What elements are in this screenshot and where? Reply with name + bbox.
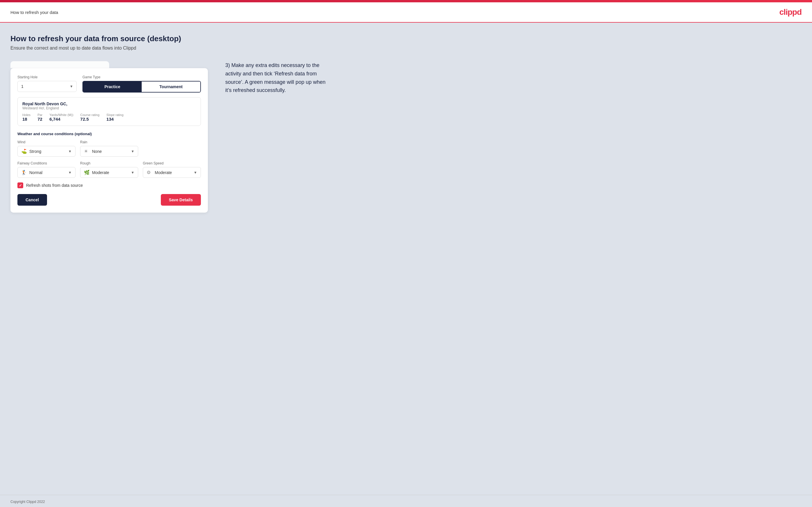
fairway-select[interactable]: 🏌 Normal ▼: [17, 167, 75, 178]
wind-arrow-icon: ▼: [68, 149, 72, 154]
stat-holes: Holes 18: [22, 113, 31, 121]
rough-arrow-icon: ▼: [131, 171, 135, 175]
wind-value: Strong: [29, 149, 66, 154]
rough-value: Moderate: [92, 170, 129, 175]
course-rating-value: 72.5: [81, 117, 100, 121]
refresh-checkbox-label: Refresh shots from data source: [26, 183, 83, 188]
button-row: Cancel Save Details: [17, 194, 201, 206]
rain-group: Rain ☀ None ▼: [80, 140, 138, 157]
description-text: 3) Make any extra edits necessary to the…: [225, 61, 330, 95]
form-container: Starting Hole 1 ▼ Game Type Practice T: [10, 61, 208, 213]
stat-yards: Yards/White (M)) 6,744: [49, 113, 73, 121]
main-card: Starting Hole 1 ▼ Game Type Practice T: [10, 68, 208, 213]
footer: Copyright Clippd 2022: [0, 495, 812, 507]
page-heading: How to refresh your data from source (de…: [10, 34, 802, 43]
top-bar: [0, 0, 812, 2]
par-value: 72: [38, 117, 42, 121]
stat-par: Par 72: [38, 113, 42, 121]
holes-value: 18: [22, 117, 31, 121]
starting-hole-select[interactable]: 1: [17, 81, 77, 92]
course-stats: Holes 18 Par 72 Yards/White (M)) 6,744: [22, 113, 196, 121]
header-title: How to refresh your data: [10, 10, 58, 15]
logo: clippd: [779, 7, 802, 17]
green-speed-arrow-icon: ▼: [194, 171, 197, 175]
slope-rating-value: 134: [107, 117, 124, 121]
form-row-top: Starting Hole 1 ▼ Game Type Practice T: [17, 75, 201, 93]
fairway-label: Fairway Conditions: [17, 161, 75, 165]
main-content: How to refresh your data from source (de…: [0, 22, 812, 495]
course-location: Westward Ho!, England: [22, 106, 196, 110]
slope-rating-label: Slope rating: [107, 113, 124, 117]
tournament-button[interactable]: Tournament: [142, 81, 200, 92]
footer-text: Copyright Clippd 2022: [10, 500, 45, 504]
starting-hole-wrapper: 1 ▼: [17, 81, 77, 92]
fairway-value: Normal: [29, 170, 66, 175]
stat-slope-rating: Slope rating 134: [107, 113, 124, 121]
content-area: Starting Hole 1 ▼ Game Type Practice T: [10, 61, 802, 213]
game-type-label: Game Type: [83, 75, 201, 79]
header: How to refresh your data clippd: [0, 2, 812, 22]
course-rating-label: Course rating: [81, 113, 100, 117]
cancel-button[interactable]: Cancel: [17, 194, 47, 206]
green-speed-icon: ⚙: [147, 170, 152, 175]
stat-course-rating: Course rating 72.5: [81, 113, 100, 121]
practice-button[interactable]: Practice: [83, 81, 142, 92]
partial-card-top: [10, 61, 109, 68]
green-speed-label: Green Speed: [143, 161, 201, 165]
wind-group: Wind ⛳ Strong ▼: [17, 140, 75, 157]
rain-arrow-icon: ▼: [131, 149, 135, 154]
rain-select[interactable]: ☀ None ▼: [80, 146, 138, 157]
fairway-rough-green-row: Fairway Conditions 🏌 Normal ▼ Rough 🌿 Mo…: [17, 161, 201, 178]
spacer: [143, 140, 201, 157]
holes-label: Holes: [22, 113, 31, 117]
yards-label: Yards/White (M)): [49, 113, 73, 117]
checkbox-row: Refresh shots from data source: [17, 182, 201, 188]
rain-icon: ☀: [84, 149, 90, 154]
green-speed-group: Green Speed ⚙ Moderate ▼: [143, 161, 201, 178]
par-label: Par: [38, 113, 42, 117]
green-speed-select[interactable]: ⚙ Moderate ▼: [143, 167, 201, 178]
game-type-buttons: Practice Tournament: [83, 81, 201, 93]
description-area: 3) Make any extra edits necessary to the…: [225, 61, 330, 95]
wind-icon: ⛳: [21, 149, 27, 154]
rough-select[interactable]: 🌿 Moderate ▼: [80, 167, 138, 178]
rain-label: Rain: [80, 140, 138, 144]
wind-label: Wind: [17, 140, 75, 144]
green-speed-value: Moderate: [155, 170, 191, 175]
rain-value: None: [92, 149, 129, 154]
fairway-arrow-icon: ▼: [68, 171, 72, 175]
refresh-checkbox[interactable]: [17, 182, 23, 188]
fairway-icon: 🏌: [21, 170, 27, 175]
wind-rain-row: Wind ⛳ Strong ▼ Rain ☀ None ▼: [17, 140, 201, 157]
starting-hole-group: Starting Hole 1 ▼: [17, 75, 77, 93]
course-name: Royal North Devon GC,: [22, 102, 196, 106]
game-type-group: Game Type Practice Tournament: [83, 75, 201, 93]
conditions-title: Weather and course conditions (optional): [17, 132, 201, 136]
starting-hole-label: Starting Hole: [17, 75, 77, 79]
page-subheading: Ensure the correct and most up to date d…: [10, 46, 802, 51]
rough-label: Rough: [80, 161, 138, 165]
rough-group: Rough 🌿 Moderate ▼: [80, 161, 138, 178]
wind-select[interactable]: ⛳ Strong ▼: [17, 146, 75, 157]
yards-value: 6,744: [49, 117, 73, 121]
fairway-group: Fairway Conditions 🏌 Normal ▼: [17, 161, 75, 178]
course-info-box: Royal North Devon GC, Westward Ho!, Engl…: [17, 97, 201, 126]
save-details-button[interactable]: Save Details: [161, 194, 201, 206]
rough-icon: 🌿: [84, 170, 90, 175]
